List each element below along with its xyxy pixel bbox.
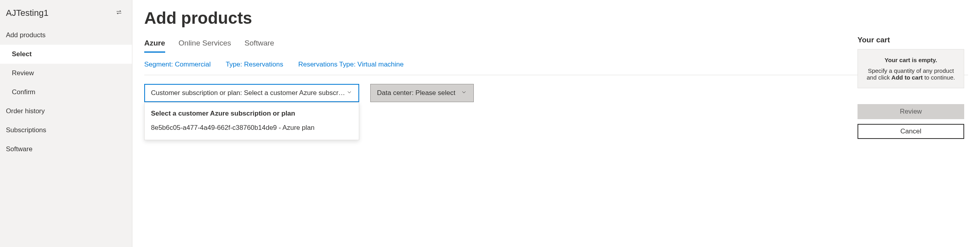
app-root: AJTesting1 Add products Select Review Co… [0, 0, 980, 247]
chevron-down-icon [346, 89, 352, 97]
page-title: Add products [144, 9, 968, 28]
sidebar-item-add-products[interactable]: Add products [0, 26, 132, 45]
cart-title: Your cart [858, 36, 964, 44]
sidebar-item-label: Add products [6, 31, 45, 39]
cart-empty-text-strong: Add to cart [891, 74, 923, 81]
sidebar: AJTesting1 Add products Select Review Co… [0, 0, 132, 247]
subscription-dropdown-option[interactable]: 8e5b6c05-a477-4a49-662f-c38760b14de9 - A… [145, 122, 359, 134]
sidebar-item-order-history[interactable]: Order history [0, 102, 132, 121]
filter-type[interactable]: Type: Reservations [226, 61, 283, 68]
cart-empty-text-post: to continue. [923, 74, 955, 81]
cart-empty-message: Your cart is empty. Specify a quantity o… [858, 49, 964, 88]
selectors-row: Customer subscription or plan: Select a … [144, 84, 968, 102]
sidebar-item-label: Software [6, 145, 32, 153]
review-button[interactable]: Review [858, 104, 964, 119]
sidebar-item-subscriptions[interactable]: Subscriptions [0, 121, 132, 140]
tab-label: Software [245, 39, 274, 47]
subscription-select: Customer subscription or plan: Select a … [144, 84, 359, 102]
sidebar-item-label: Order history [6, 107, 45, 115]
tab-software[interactable]: Software [245, 39, 274, 53]
customer-switch-button[interactable] [114, 7, 124, 19]
sidebar-item-software[interactable]: Software [0, 140, 132, 159]
cart-panel: Your cart Your cart is empty. Specify a … [854, 36, 968, 139]
sidebar-title: AJTesting1 [6, 8, 49, 18]
sidebar-item-label: Review [12, 69, 34, 77]
tab-azure[interactable]: Azure [144, 39, 165, 53]
sidebar-item-label: Confirm [12, 88, 36, 96]
chevron-down-icon [461, 89, 467, 97]
sidebar-item-review[interactable]: Review [0, 64, 132, 83]
sidebar-item-label: Subscriptions [6, 126, 46, 134]
cart-empty-heading: Your cart is empty. [864, 57, 957, 63]
sidebar-item-confirm[interactable]: Confirm [0, 83, 132, 102]
tab-label: Azure [144, 39, 165, 47]
subscription-dropdown: Select a customer Azure subscription or … [144, 102, 359, 140]
cancel-button[interactable]: Cancel [858, 124, 964, 139]
sidebar-header: AJTesting1 [0, 0, 132, 26]
datacenter-select-box[interactable]: Data center: Please select [370, 84, 474, 102]
subscription-select-box[interactable]: Customer subscription or plan: Select a … [144, 84, 359, 102]
tab-label: Online Services [179, 39, 231, 47]
sidebar-item-select[interactable]: Select [0, 45, 132, 64]
subscription-select-label: Customer subscription or plan: Select a … [151, 89, 346, 97]
cart-empty-text: Specify a quantity of any product and cl… [867, 67, 955, 81]
sidebar-nav: Add products Select Review Confirm Order… [0, 26, 132, 159]
subscription-dropdown-heading: Select a customer Azure subscription or … [145, 106, 359, 122]
main-content: Add products Azure Online Services Softw… [132, 0, 980, 247]
sidebar-item-label: Select [12, 50, 32, 58]
swap-icon [115, 11, 122, 17]
filter-reservations-type[interactable]: Reservations Type: Virtual machine [298, 61, 404, 68]
product-tabs: Azure Online Services Software [144, 39, 968, 53]
filter-segment[interactable]: Segment: Commercial [144, 61, 211, 68]
tab-online-services[interactable]: Online Services [179, 39, 231, 53]
filter-bar: Segment: Commercial Type: Reservations R… [144, 53, 968, 75]
datacenter-select-label: Data center: Please select [377, 89, 455, 97]
datacenter-select: Data center: Please select [370, 84, 474, 102]
